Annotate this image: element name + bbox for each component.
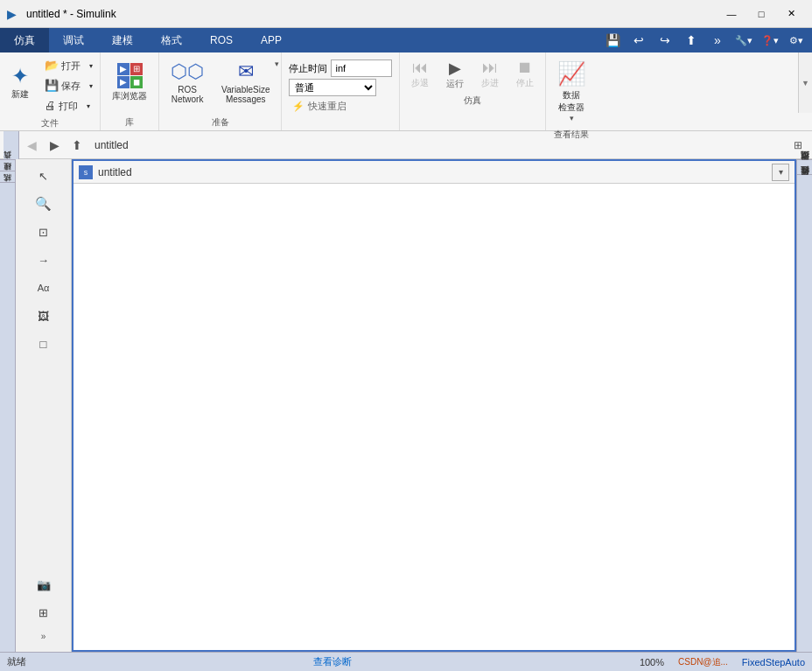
- ribbon-section-prepare: ⬡⬡ ROS Network ✉ VariableSize Messages ▾…: [159, 52, 282, 130]
- ribbon-toolbar: ✦ 新建 📂 打开 ▾ 💾 保存 ▾: [0, 52, 812, 131]
- arrow-tool[interactable]: →: [28, 247, 60, 273]
- model-icon: s: [79, 165, 93, 179]
- solver-info[interactable]: FixedStepAuto: [742, 657, 805, 668]
- redo-btn[interactable]: ↪: [653, 28, 677, 52]
- ribbon-section-sim: ⏮ 步退 ▶ 运行 ⏭ 步进 ⏹ 停止 仿真: [400, 52, 546, 130]
- canvas-header: s untitled ▾: [74, 161, 794, 184]
- stop-time-label: 停止时间: [289, 62, 327, 75]
- menu-app[interactable]: APP: [247, 28, 296, 52]
- forward-button[interactable]: ▶: [44, 135, 65, 156]
- app-icon: ▶: [7, 7, 21, 21]
- watermark: CSDN@追...: [678, 656, 728, 668]
- right-sidebar: 模型浏览器 属性检查器: [796, 159, 812, 652]
- step-back-button[interactable]: ⏮ 步退: [403, 56, 437, 93]
- lib-section-label: 库: [125, 115, 134, 130]
- menubar: 仿真 调试 建模 格式 ROS APP 💾 ↩ ↪ ⬆ » 🔧▾ ❓▾ ⚙▾: [0, 28, 812, 52]
- camera-tool[interactable]: 📷: [28, 571, 60, 598]
- statusbar: 就绪 查看诊断 100% CSDN@追... FixedStepAuto: [0, 652, 812, 671]
- status-center: 查看诊断: [26, 655, 640, 668]
- menu-ros[interactable]: ROS: [196, 28, 247, 52]
- more-btn[interactable]: »: [705, 28, 730, 52]
- menu-debug[interactable]: 调试: [49, 28, 98, 52]
- up-btn[interactable]: ⬆: [679, 28, 704, 52]
- fit-tool[interactable]: ⊡: [28, 219, 60, 245]
- variable-size-button[interactable]: ✉ VariableSize Messages: [214, 56, 277, 108]
- new-button[interactable]: ✦ 新建: [4, 56, 37, 108]
- data-inspector-button[interactable]: 📈 数据 检查器 ▾: [550, 56, 593, 127]
- window-title: untitled * - Simulink: [26, 8, 718, 20]
- ribbon-scroll-right[interactable]: ▼: [798, 52, 812, 113]
- stop-button[interactable]: ⏹ 停止: [508, 56, 542, 93]
- left-edge-tabs: 仿真 建模 格式: [0, 159, 16, 652]
- left-tab-format[interactable]: 格式: [0, 182, 15, 193]
- text-tool[interactable]: Aα: [28, 275, 60, 301]
- canvas-area: s untitled ▾: [72, 159, 796, 652]
- save-button[interactable]: 💾 保存 ▾: [38, 76, 96, 95]
- sim-section-label: 仿真: [464, 93, 481, 108]
- left-sidebar: ↖ 🔍 ⊡ → Aα 🖼 □ 📷 ⊞ »: [16, 159, 72, 652]
- nav-toolbar: ◀ ▶ ⬆ untitled ⊞: [0, 131, 812, 159]
- status-ready: 就绪: [7, 655, 26, 668]
- minimize-button[interactable]: —: [718, 5, 746, 23]
- canvas-content[interactable]: [74, 184, 794, 650]
- pointer-tool[interactable]: ↖: [28, 163, 60, 189]
- maximize-button[interactable]: □: [747, 5, 775, 23]
- results-section-label: 查看结果: [554, 127, 589, 143]
- close-button[interactable]: ✕: [777, 5, 805, 23]
- ribbon-section-lib: ▶ ⊞ ▶ ◼ 库浏览器 库: [101, 52, 159, 130]
- ros-network-button[interactable]: ⬡⬡ ROS Network: [163, 56, 212, 108]
- fast-restart-button[interactable]: ⚡ 快速重启: [289, 98, 392, 115]
- up-nav-button[interactable]: ⬆: [66, 135, 88, 156]
- grid-view-button[interactable]: ⊞: [788, 135, 808, 156]
- status-right: 100% CSDN@追... FixedStepAuto: [640, 656, 805, 668]
- left-edge-mini: [4, 131, 19, 159]
- file-tools: ✦ 新建 📂 打开 ▾ 💾 保存 ▾: [4, 56, 96, 115]
- ribbon-section-timing: 停止时间 普通 加速 快速加速 ⚡ 快速重启: [282, 52, 400, 130]
- lib-browser-button[interactable]: ▶ ⊞ ▶ ◼ 库浏览器: [104, 56, 155, 108]
- options-dropdown[interactable]: ⚙▾: [784, 28, 808, 52]
- ribbon-section-results: 📈 数据 检查器 ▾ 查看结果: [546, 52, 597, 130]
- model-name: untitled: [98, 166, 132, 178]
- prepare-tools: ⬡⬡ ROS Network ✉ VariableSize Messages ▾: [163, 56, 277, 115]
- left-tab-modeling[interactable]: 建模: [0, 171, 15, 182]
- box-tool[interactable]: □: [28, 331, 60, 357]
- nav-toolbar-right: ⊞: [788, 135, 808, 156]
- view-diagnostics-link[interactable]: 查看诊断: [313, 656, 352, 667]
- back-button[interactable]: ◀: [21, 135, 42, 156]
- left-tab-simulation[interactable]: 仿真: [0, 159, 15, 171]
- window-controls: — □ ✕: [718, 5, 805, 23]
- zoom-in-tool[interactable]: 🔍: [28, 191, 60, 217]
- main-area: 仿真 建模 格式 ↖ 🔍 ⊡ → Aα 🖼 □ 📷 ⊞ » s untitled…: [0, 159, 812, 652]
- lib-tools: ▶ ⊞ ▶ ◼ 库浏览器: [104, 56, 155, 115]
- run-button[interactable]: ▶ 运行: [438, 56, 472, 93]
- timing-group: 停止时间 普通 加速 快速加速 ⚡ 快速重启: [285, 56, 396, 118]
- stop-time-input[interactable]: [331, 59, 392, 77]
- image-tool[interactable]: 🖼: [28, 303, 60, 329]
- save-icon-btn[interactable]: 💾: [600, 28, 625, 52]
- zoom-level: 100%: [640, 657, 664, 668]
- sidebar-more-button[interactable]: »: [28, 627, 60, 645]
- titlebar: ▶ untitled * - Simulink — □ ✕: [0, 0, 812, 28]
- help-dropdown[interactable]: ❓▾: [758, 28, 782, 52]
- open-button[interactable]: 📂 打开 ▾: [38, 56, 96, 75]
- right-tab-model-browser[interactable]: 模型浏览器: [797, 159, 812, 174]
- step-forward-button[interactable]: ⏭ 步进: [473, 56, 507, 93]
- menu-format[interactable]: 格式: [147, 28, 196, 52]
- menu-simulation[interactable]: 仿真: [0, 28, 49, 52]
- sim-buttons: ⏮ 步退 ▶ 运行 ⏭ 步进 ⏹ 停止: [403, 56, 542, 93]
- sidebar-bottom: 📷 ⊞ »: [28, 571, 60, 648]
- canvas-dropdown[interactable]: ▾: [772, 164, 789, 181]
- breadcrumb: untitled: [89, 139, 134, 151]
- table-tool[interactable]: ⊞: [28, 599, 60, 626]
- undo-btn[interactable]: ↩: [626, 28, 651, 52]
- mode-select[interactable]: 普通 加速 快速加速: [289, 79, 376, 96]
- ribbon-section-file: ✦ 新建 📂 打开 ▾ 💾 保存 ▾: [0, 52, 101, 130]
- print-button[interactable]: 🖨 打印 ▾: [38, 96, 96, 115]
- menu-modeling[interactable]: 建模: [98, 28, 147, 52]
- file-section-label: 文件: [41, 115, 59, 131]
- settings-dropdown[interactable]: 🔧▾: [732, 28, 756, 52]
- right-tab-property-inspector[interactable]: 属性检查器: [797, 174, 812, 189]
- prepare-section-label: 准备: [212, 115, 229, 130]
